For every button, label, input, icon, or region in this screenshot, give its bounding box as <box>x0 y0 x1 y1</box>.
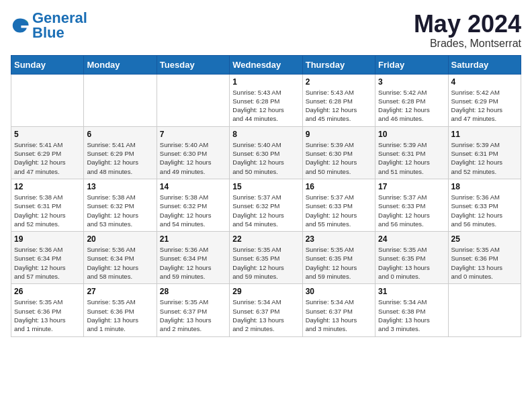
day-number: 1 <box>232 77 299 87</box>
day-number: 17 <box>378 182 445 191</box>
day-number: 27 <box>87 287 153 296</box>
day-info: Sunrise: 5:35 AM Sunset: 6:35 PM Dayligh… <box>306 245 372 281</box>
day-number: 19 <box>14 234 81 244</box>
title-area: May 2024 Brades, Montserrat <box>414 11 521 50</box>
day-info: Sunrise: 5:42 AM Sunset: 6:28 PM Dayligh… <box>378 88 445 124</box>
day-info: Sunrise: 5:38 AM Sunset: 6:32 PM Dayligh… <box>87 193 153 228</box>
weekday-header-friday: Friday <box>375 55 448 74</box>
day-cell: 4Sunrise: 5:42 AM Sunset: 6:29 PM Daylig… <box>448 74 521 126</box>
day-cell: 19Sunrise: 5:36 AM Sunset: 6:34 PM Dayli… <box>11 232 84 284</box>
weekday-header-monday: Monday <box>84 55 157 74</box>
weekday-header-wednesday: Wednesday <box>230 55 302 74</box>
day-info: Sunrise: 5:35 AM Sunset: 6:37 PM Dayligh… <box>160 298 226 333</box>
day-number: 23 <box>306 234 372 244</box>
day-cell: 8Sunrise: 5:40 AM Sunset: 6:30 PM Daylig… <box>230 126 302 179</box>
day-number: 2 <box>306 77 372 87</box>
header: General Blue May 2024 Brades, Montserrat <box>11 11 521 50</box>
day-info: Sunrise: 5:38 AM Sunset: 6:31 PM Dayligh… <box>14 193 81 228</box>
day-info: Sunrise: 5:35 AM Sunset: 6:35 PM Dayligh… <box>232 245 299 281</box>
day-number: 15 <box>232 182 299 191</box>
day-cell: 30Sunrise: 5:34 AM Sunset: 6:37 PM Dayli… <box>302 284 375 336</box>
day-cell: 6Sunrise: 5:41 AM Sunset: 6:29 PM Daylig… <box>84 126 157 179</box>
day-info: Sunrise: 5:35 AM Sunset: 6:36 PM Dayligh… <box>451 245 518 281</box>
day-cell: 3Sunrise: 5:42 AM Sunset: 6:28 PM Daylig… <box>375 74 448 126</box>
day-info: Sunrise: 5:36 AM Sunset: 6:34 PM Dayligh… <box>87 245 153 281</box>
day-number: 24 <box>378 234 445 244</box>
day-info: Sunrise: 5:41 AM Sunset: 6:29 PM Dayligh… <box>87 140 153 176</box>
day-info: Sunrise: 5:39 AM Sunset: 6:31 PM Dayligh… <box>451 140 518 176</box>
day-number: 28 <box>160 287 226 296</box>
day-number: 20 <box>87 234 153 244</box>
day-info: Sunrise: 5:34 AM Sunset: 6:38 PM Dayligh… <box>378 298 445 333</box>
week-row-2: 5Sunrise: 5:41 AM Sunset: 6:29 PM Daylig… <box>11 126 521 179</box>
weekday-header-tuesday: Tuesday <box>157 55 229 74</box>
week-row-4: 19Sunrise: 5:36 AM Sunset: 6:34 PM Dayli… <box>11 232 521 284</box>
day-info: Sunrise: 5:35 AM Sunset: 6:36 PM Dayligh… <box>87 298 153 333</box>
day-info: Sunrise: 5:43 AM Sunset: 6:28 PM Dayligh… <box>232 88 299 124</box>
day-info: Sunrise: 5:39 AM Sunset: 6:30 PM Dayligh… <box>306 140 372 176</box>
day-info: Sunrise: 5:37 AM Sunset: 6:33 PM Dayligh… <box>378 193 445 228</box>
day-cell: 29Sunrise: 5:34 AM Sunset: 6:37 PM Dayli… <box>230 284 302 336</box>
day-number: 31 <box>378 287 445 296</box>
day-number: 18 <box>451 182 518 191</box>
day-info: Sunrise: 5:40 AM Sunset: 6:30 PM Dayligh… <box>232 140 299 176</box>
day-number: 25 <box>451 234 518 244</box>
location-title: Brades, Montserrat <box>414 38 521 50</box>
day-cell: 13Sunrise: 5:38 AM Sunset: 6:32 PM Dayli… <box>84 179 157 231</box>
day-info: Sunrise: 5:34 AM Sunset: 6:37 PM Dayligh… <box>232 298 299 333</box>
day-number: 12 <box>14 182 81 191</box>
weekday-header-thursday: Thursday <box>302 55 375 74</box>
logo-text-blue: Blue <box>32 26 87 40</box>
day-cell <box>448 284 521 336</box>
day-number: 5 <box>14 130 81 139</box>
day-cell: 26Sunrise: 5:35 AM Sunset: 6:36 PM Dayli… <box>11 284 84 336</box>
day-cell: 5Sunrise: 5:41 AM Sunset: 6:29 PM Daylig… <box>11 126 84 179</box>
weekday-header-saturday: Saturday <box>448 55 521 74</box>
day-info: Sunrise: 5:35 AM Sunset: 6:36 PM Dayligh… <box>14 298 81 333</box>
day-number: 4 <box>451 77 518 87</box>
day-number: 7 <box>160 130 226 139</box>
day-cell: 17Sunrise: 5:37 AM Sunset: 6:33 PM Dayli… <box>375 179 448 231</box>
calendar: SundayMondayTuesdayWednesdayThursdayFrid… <box>11 55 521 337</box>
day-cell <box>11 74 84 126</box>
day-cell: 27Sunrise: 5:35 AM Sunset: 6:36 PM Dayli… <box>84 284 157 336</box>
day-number: 8 <box>232 130 299 139</box>
day-info: Sunrise: 5:38 AM Sunset: 6:32 PM Dayligh… <box>160 193 226 228</box>
day-number: 21 <box>160 234 226 244</box>
day-cell: 28Sunrise: 5:35 AM Sunset: 6:37 PM Dayli… <box>157 284 229 336</box>
logo-text-general: General <box>32 11 87 26</box>
day-number: 30 <box>306 287 372 296</box>
day-cell: 22Sunrise: 5:35 AM Sunset: 6:35 PM Dayli… <box>230 232 302 284</box>
day-info: Sunrise: 5:41 AM Sunset: 6:29 PM Dayligh… <box>14 140 81 176</box>
day-info: Sunrise: 5:43 AM Sunset: 6:28 PM Dayligh… <box>306 88 372 124</box>
day-number: 3 <box>378 77 445 87</box>
day-cell: 14Sunrise: 5:38 AM Sunset: 6:32 PM Dayli… <box>157 179 229 231</box>
logo: General Blue <box>11 11 87 40</box>
day-number: 29 <box>232 287 299 296</box>
day-info: Sunrise: 5:35 AM Sunset: 6:35 PM Dayligh… <box>378 245 445 281</box>
day-info: Sunrise: 5:39 AM Sunset: 6:31 PM Dayligh… <box>378 140 445 176</box>
day-cell: 18Sunrise: 5:36 AM Sunset: 6:33 PM Dayli… <box>448 179 521 231</box>
day-number: 10 <box>378 130 445 139</box>
day-info: Sunrise: 5:37 AM Sunset: 6:32 PM Dayligh… <box>232 193 299 228</box>
day-cell: 12Sunrise: 5:38 AM Sunset: 6:31 PM Dayli… <box>11 179 84 231</box>
day-cell: 16Sunrise: 5:37 AM Sunset: 6:33 PM Dayli… <box>302 179 375 231</box>
day-info: Sunrise: 5:36 AM Sunset: 6:34 PM Dayligh… <box>14 245 81 281</box>
day-info: Sunrise: 5:34 AM Sunset: 6:37 PM Dayligh… <box>306 298 372 333</box>
day-cell: 10Sunrise: 5:39 AM Sunset: 6:31 PM Dayli… <box>375 126 448 179</box>
day-cell <box>84 74 157 126</box>
day-cell: 11Sunrise: 5:39 AM Sunset: 6:31 PM Dayli… <box>448 126 521 179</box>
day-number: 11 <box>451 130 518 139</box>
day-cell: 20Sunrise: 5:36 AM Sunset: 6:34 PM Dayli… <box>84 232 157 284</box>
day-number: 9 <box>306 130 372 139</box>
day-number: 14 <box>160 182 226 191</box>
day-number: 26 <box>14 287 81 296</box>
week-row-1: 1Sunrise: 5:43 AM Sunset: 6:28 PM Daylig… <box>11 74 521 126</box>
weekday-header-sunday: Sunday <box>11 55 84 74</box>
day-cell: 7Sunrise: 5:40 AM Sunset: 6:30 PM Daylig… <box>157 126 229 179</box>
logo-icon <box>11 16 30 35</box>
weekday-header-row: SundayMondayTuesdayWednesdayThursdayFrid… <box>11 55 521 74</box>
week-row-5: 26Sunrise: 5:35 AM Sunset: 6:36 PM Dayli… <box>11 284 521 336</box>
day-cell <box>157 74 229 126</box>
day-cell: 2Sunrise: 5:43 AM Sunset: 6:28 PM Daylig… <box>302 74 375 126</box>
